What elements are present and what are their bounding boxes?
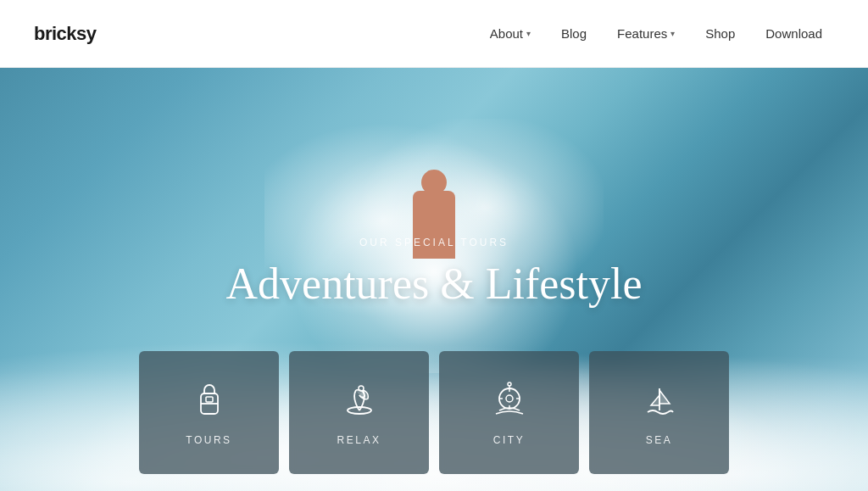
card-sea[interactable]: SEA xyxy=(589,351,729,474)
nav-item-features[interactable]: Features ▾ xyxy=(605,20,687,47)
hero-title: Adventures & Lifestyle xyxy=(226,259,643,309)
card-relax-label: RELAX xyxy=(337,434,381,446)
svg-rect-1 xyxy=(206,397,213,402)
svg-point-10 xyxy=(508,382,511,386)
cards-row: TOURS RELAX xyxy=(139,351,729,474)
nav-label-download: Download xyxy=(765,26,822,41)
hero-section: OUR SPECIAL TOURS Adventures & Lifestyle… xyxy=(0,68,868,491)
city-icon xyxy=(489,380,530,421)
nav-item-download[interactable]: Download xyxy=(754,20,834,47)
nav-label-blog: Blog xyxy=(561,26,587,41)
card-city-label: CITY xyxy=(493,434,525,446)
svg-point-5 xyxy=(506,395,513,402)
backpack-icon xyxy=(189,380,230,421)
card-sea-label: SEA xyxy=(646,434,673,446)
chevron-down-icon: ▾ xyxy=(670,29,675,38)
nav-label-about: About xyxy=(490,26,523,41)
chevron-down-icon: ▾ xyxy=(526,29,531,38)
header: bricksy About ▾ Blog Features ▾ Shop Dow… xyxy=(0,0,868,68)
hero-content: OUR SPECIAL TOURS Adventures & Lifestyle xyxy=(226,237,643,309)
nav-label-features: Features xyxy=(617,26,667,41)
nav-label-shop: Shop xyxy=(705,26,735,41)
logo[interactable]: bricksy xyxy=(34,23,97,45)
card-city[interactable]: CITY xyxy=(439,351,579,474)
hero-subtitle: OUR SPECIAL TOURS xyxy=(226,237,643,248)
nav-item-about[interactable]: About ▾ xyxy=(478,20,542,47)
sailboat-icon xyxy=(639,380,680,421)
nav-item-shop[interactable]: Shop xyxy=(693,20,747,47)
nav-item-blog[interactable]: Blog xyxy=(549,20,598,47)
card-relax[interactable]: RELAX xyxy=(289,351,429,474)
main-nav: About ▾ Blog Features ▾ Shop Download xyxy=(478,20,834,47)
card-tours[interactable]: TOURS xyxy=(139,351,279,474)
card-tours-label: TOURS xyxy=(186,434,231,446)
island-icon xyxy=(339,380,380,421)
